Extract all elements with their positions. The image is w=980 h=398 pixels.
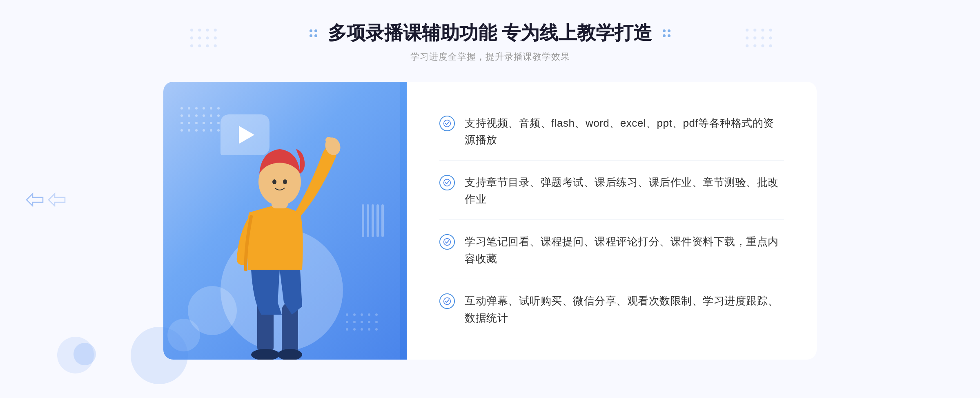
svg-point-2 (206, 29, 209, 31)
svg-point-68 (346, 328, 348, 331)
main-title: 多项录播课辅助功能 专为线上教学打造 (305, 20, 675, 46)
svg-point-22 (761, 44, 764, 47)
center-divider-bar (400, 82, 407, 360)
svg-point-15 (769, 29, 772, 31)
svg-point-53 (325, 137, 332, 143)
features-panel: 支持视频、音频、flash、word、excel、ppt、pdf等各种格式的资源… (407, 82, 817, 360)
svg-point-70 (361, 328, 363, 331)
check-icon-2 (439, 175, 455, 190)
title-dots-left (310, 29, 317, 37)
subtitle-text: 学习进度全掌握，提升录播课教学效果 (305, 51, 675, 63)
svg-point-60 (361, 313, 363, 316)
check-icon-3 (439, 234, 455, 250)
bottom-circle-2 (74, 343, 96, 365)
check-icon-1 (439, 116, 455, 131)
svg-point-59 (353, 313, 356, 316)
svg-point-73 (444, 120, 451, 127)
feature-item-3: 学习笔记回看、课程提问、课程评论打分、课件资料下载，重点内容收藏 (439, 222, 784, 279)
svg-point-75 (444, 239, 451, 246)
svg-point-63 (346, 321, 348, 323)
page-container: 多项录播课辅助功能 专为线上教学打造 学习进度全掌握，提升录播课教学效果 (0, 0, 980, 398)
svg-point-13 (753, 29, 756, 31)
svg-point-56 (272, 179, 276, 184)
svg-point-62 (375, 313, 378, 316)
svg-point-65 (361, 321, 363, 323)
svg-point-4 (190, 36, 193, 39)
svg-point-51 (278, 349, 302, 360)
svg-point-3 (214, 29, 217, 31)
svg-point-6 (206, 36, 209, 39)
outer-circle-deco (131, 327, 188, 384)
svg-point-23 (769, 44, 772, 47)
dots-decoration-left (188, 16, 237, 65)
illustration-figure (180, 106, 368, 360)
svg-point-19 (769, 36, 772, 39)
main-title-text: 多项录播课辅助功能 专为线上教学打造 (328, 20, 653, 46)
svg-point-76 (444, 298, 451, 305)
svg-point-7 (214, 36, 217, 39)
svg-point-20 (746, 44, 748, 47)
svg-point-72 (375, 328, 378, 331)
illus-dots-bottom (343, 311, 388, 343)
svg-point-74 (444, 179, 451, 186)
feature-item-2: 支持章节目录、弹题考试、课后练习、课后作业、章节测验、批改作业 (439, 163, 784, 220)
svg-point-14 (761, 29, 764, 31)
svg-point-18 (761, 36, 764, 39)
dots-decoration-right (743, 16, 792, 65)
svg-point-69 (353, 328, 356, 331)
svg-point-12 (746, 29, 748, 31)
svg-point-67 (375, 321, 378, 323)
header-section: 多项录播课辅助功能 专为线上教学打造 学习进度全掌握，提升录播课教学效果 (305, 20, 675, 63)
svg-point-61 (368, 313, 370, 316)
svg-point-11 (214, 44, 217, 47)
svg-point-71 (368, 328, 370, 331)
svg-point-10 (206, 44, 209, 47)
feature-text-1: 支持视频、音频、flash、word、excel、ppt、pdf等各种格式的资源… (465, 115, 784, 149)
feature-text-2: 支持章节目录、弹题考试、课后练习、课后作业、章节测验、批改作业 (465, 174, 784, 208)
svg-point-1 (198, 29, 201, 31)
left-side-arrows (24, 188, 67, 210)
feature-item-4: 互动弹幕、试听购买、微信分享、观看次数限制、学习进度跟踪、数据统计 (439, 281, 784, 338)
svg-point-64 (353, 321, 356, 323)
content-area: 支持视频、音频、flash、word、excel、ppt、pdf等各种格式的资源… (163, 82, 817, 360)
svg-point-66 (368, 321, 370, 323)
check-icon-4 (439, 293, 455, 309)
svg-point-16 (746, 36, 748, 39)
svg-point-57 (283, 179, 287, 184)
illustration-panel (163, 82, 400, 360)
title-dots-right (663, 29, 670, 37)
svg-point-9 (198, 44, 201, 47)
svg-point-8 (190, 44, 193, 47)
feature-item-1: 支持视频、音频、flash、word、excel、ppt、pdf等各种格式的资源… (439, 103, 784, 161)
svg-point-21 (753, 44, 756, 47)
svg-point-17 (753, 36, 756, 39)
feature-text-3: 学习笔记回看、课程提问、课程评论打分、课件资料下载，重点内容收藏 (465, 233, 784, 267)
svg-point-5 (198, 36, 201, 39)
feature-text-4: 互动弹幕、试听购买、微信分享、观看次数限制、学习进度跟踪、数据统计 (465, 293, 784, 326)
svg-point-58 (346, 313, 348, 316)
svg-point-50 (251, 349, 280, 360)
svg-point-0 (190, 29, 193, 31)
